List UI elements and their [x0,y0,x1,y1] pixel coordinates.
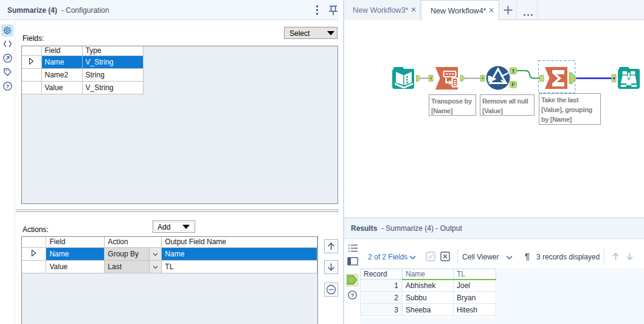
svg-text:?: ? [351,292,355,298]
svg-text:?: ? [6,83,10,90]
svg-text:F: F [511,82,515,88]
svg-text:T: T [511,68,515,74]
